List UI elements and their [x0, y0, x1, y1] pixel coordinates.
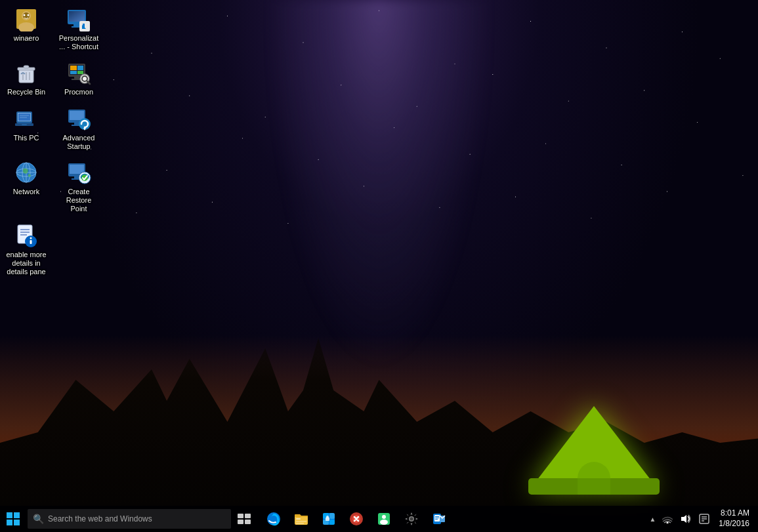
clock-date-display: 1/8/2016	[719, 519, 749, 529]
advanced-startup-icon	[66, 106, 92, 132]
recycle-bin-icon	[13, 60, 39, 86]
advanced-startup-label: Advanced Startup	[58, 134, 99, 151]
svg-rect-33	[22, 124, 27, 125]
icon-grid: winaero	[3, 3, 105, 279]
this-pc-icon	[13, 106, 39, 132]
tent-door	[578, 462, 610, 495]
svg-rect-23	[70, 71, 77, 74]
create-restore-point-label: Create Restore Point	[58, 188, 99, 214]
procmon-label: Procmon	[64, 88, 93, 96]
svg-rect-85	[435, 516, 439, 517]
milky-way-decoration	[265, 0, 493, 373]
desktop-icon-advanced-startup[interactable]: Advanced Startup	[56, 103, 102, 153]
svg-point-81	[380, 520, 388, 525]
svg-rect-75	[329, 520, 335, 525]
taskbar: 🔍 Search the web and Windows	[0, 506, 758, 532]
taskbar-pinned-apps	[261, 506, 452, 532]
svg-point-80	[382, 515, 386, 519]
desktop: winaero	[0, 0, 758, 532]
svg-point-4	[24, 14, 26, 16]
svg-rect-39	[74, 123, 79, 125]
svg-line-29	[87, 81, 90, 84]
winaero-icon	[13, 6, 39, 32]
svg-rect-87	[435, 519, 438, 520]
svg-rect-69	[296, 521, 306, 522]
desktop-icon-this-pc[interactable]: This PC	[3, 103, 49, 153]
procmon-icon	[66, 60, 92, 86]
store-icon	[322, 512, 336, 526]
network-tray-icon	[662, 514, 673, 523]
svg-rect-62	[238, 514, 243, 518]
app5-icon	[377, 512, 391, 526]
tray-icon-notification[interactable]	[695, 506, 713, 532]
svg-rect-21	[70, 66, 77, 70]
file-explorer-icon	[294, 512, 308, 526]
this-pc-label: This PC	[13, 134, 39, 142]
enable-details-label: enable more details in details pane	[6, 251, 47, 277]
svg-rect-18	[24, 66, 29, 68]
create-restore-point-icon	[66, 159, 92, 186]
personalization-label: Personalizat... - Shortcut	[58, 34, 99, 51]
svg-rect-9	[74, 24, 80, 26]
desktop-icon-personalization[interactable]: Personalizat... - Shortcut	[56, 3, 102, 54]
svg-rect-76	[326, 518, 329, 521]
recycle-bin-label: Recycle Bin	[7, 88, 45, 96]
taskbar-icon-edge[interactable]	[261, 506, 287, 532]
taskbar-icon-app4[interactable]	[343, 506, 369, 532]
outlook-icon	[432, 512, 446, 526]
svg-rect-63	[245, 514, 251, 518]
volume-icon	[680, 514, 692, 524]
search-icon: 🔍	[33, 514, 44, 524]
network-label: Network	[13, 188, 39, 196]
clock-time-display: 8:01 AM	[721, 508, 749, 519]
svg-rect-24	[77, 71, 83, 74]
network-icon	[13, 159, 39, 186]
svg-rect-8	[69, 11, 85, 22]
desktop-icon-procmon[interactable]: Procmon	[56, 57, 102, 99]
task-view-icon	[238, 514, 251, 524]
svg-point-60	[30, 237, 32, 239]
search-placeholder-text: Search the web and Windows	[48, 514, 152, 523]
enable-details-icon	[13, 222, 39, 249]
taskbar-icon-settings[interactable]	[398, 506, 425, 532]
tray-icon-network[interactable]	[658, 506, 677, 532]
winaero-label: winaero	[14, 34, 39, 43]
system-clock[interactable]: 8:01 AM 1/8/2016	[713, 506, 755, 532]
edge-icon	[266, 512, 281, 526]
svg-rect-70	[296, 523, 304, 524]
desktop-icon-recycle-bin[interactable]: Recycle Bin	[3, 57, 49, 99]
desktop-icon-winaero[interactable]: winaero	[3, 3, 49, 54]
taskbar-icon-outlook[interactable]	[426, 506, 452, 532]
svg-rect-65	[245, 520, 251, 524]
desktop-icon-create-restore-point[interactable]: Create Restore Point	[56, 157, 102, 216]
svg-rect-38	[70, 111, 84, 120]
svg-rect-86	[435, 518, 439, 518]
tray-icon-volume[interactable]	[677, 506, 695, 532]
settings-icon	[404, 512, 419, 526]
svg-point-89	[667, 522, 669, 524]
app4-icon	[349, 512, 364, 526]
taskbar-icon-store[interactable]	[316, 506, 342, 532]
personalization-icon	[66, 6, 92, 32]
svg-rect-12	[83, 24, 85, 28]
svg-point-82	[410, 518, 413, 521]
start-button[interactable]	[0, 506, 26, 532]
task-view-button[interactable]	[231, 506, 257, 532]
notification-icon	[699, 514, 709, 524]
system-tray: ▲	[646, 506, 758, 532]
svg-point-5	[28, 14, 30, 16]
svg-rect-61	[30, 240, 32, 244]
svg-marker-90	[681, 515, 686, 523]
taskbar-icon-file-explorer[interactable]	[288, 506, 314, 532]
desktop-icon-network[interactable]: Network	[3, 157, 49, 216]
windows-logo-icon	[7, 512, 20, 525]
svg-rect-73	[329, 513, 335, 519]
search-bar[interactable]: 🔍 Search the web and Windows	[28, 509, 231, 529]
svg-rect-64	[238, 520, 243, 524]
taskbar-icon-app5[interactable]	[371, 506, 397, 532]
desktop-icons-area: winaero	[3, 3, 105, 279]
tent-decoration	[528, 406, 660, 504]
desktop-icon-enable-details[interactable]: enable more details in details pane	[3, 220, 49, 279]
svg-rect-22	[77, 66, 83, 70]
tray-overflow-chevron[interactable]: ▲	[646, 506, 658, 532]
